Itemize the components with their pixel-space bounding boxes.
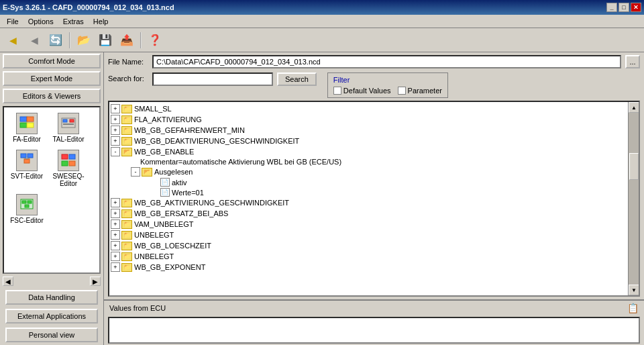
label-fla: FLA_AKTIVIERUNG (134, 115, 202, 124)
tal-editor-label: TAL-Editor (52, 136, 84, 143)
expand-wb-aktiv-gesch[interactable]: + (111, 198, 120, 207)
sidebar-right-arrow[interactable]: ▶ (90, 277, 101, 286)
tree-node-fla[interactable]: + 📁 FLA_AKTIVIERUNG (111, 114, 627, 125)
help-button[interactable]: ❓ (145, 31, 165, 50)
sidebar-item-fsc-editor[interactable]: FSC-Editor (7, 191, 47, 227)
tree-node-ausgelesen[interactable]: - 📂 Ausgelesen (111, 166, 627, 177)
expert-mode-button[interactable]: Expert Mode (3, 71, 101, 86)
filter-default-values[interactable]: Default Values (333, 87, 391, 95)
expand-ausgelesen[interactable]: - (131, 167, 140, 177)
values-icon[interactable]: 📋 (627, 303, 639, 313)
expand-unbelegt2[interactable]: + (111, 252, 120, 261)
default-values-label: Default Values (343, 87, 391, 95)
sidebar-left-arrow[interactable]: ◀ (3, 277, 13, 286)
tree-content[interactable]: + 📁 SMALL_SL + 📁 FLA_AKTIVIERUNG + 📁 WB_… (109, 102, 628, 295)
data-handling-button[interactable]: Data Handling (5, 290, 98, 305)
external-applications-button[interactable]: External Applications (5, 309, 98, 324)
expand-small-sl[interactable]: + (111, 104, 120, 113)
scroll-thumb[interactable] (629, 153, 639, 180)
fa-editor-icon (16, 113, 38, 134)
tree-node-wb-deaktiv[interactable]: + 📁 WB_GB_DEAKTIVIERUNG_GESCHWINDIGKEIT (111, 136, 627, 146)
svg-rect-15 (62, 161, 68, 166)
comfort-mode-button[interactable]: Comfort Mode (3, 54, 101, 68)
svt-editor-icon (16, 150, 38, 171)
label-wb-enable: WB_GB_ENABLE (134, 148, 194, 156)
tree-node-aktiv[interactable]: 📄 aktiv (111, 177, 627, 187)
tree-node-small-sl[interactable]: + 📁 SMALL_SL (111, 103, 627, 114)
sidebar: Comfort Mode Expert Mode Editors & Viewe… (0, 52, 104, 345)
folder-vam: 📁 (121, 220, 132, 229)
sidebar-item-tal-editor[interactable]: TAL-Editor (48, 110, 89, 146)
label-aktiv: aktiv (172, 179, 187, 187)
label-werte: Werte=01 (172, 189, 204, 197)
editors-viewers-button[interactable]: Editors & Viewers (3, 89, 101, 103)
label-unbelegt2: UNBELEGT (134, 252, 174, 260)
expand-wb-loeschzeit[interactable]: + (111, 241, 120, 250)
label-wb-gefahren: WB_GB_GEFAHRENWERT_MIN (134, 126, 245, 134)
search-button[interactable]: Search (277, 72, 317, 86)
sidebar-item-svt-editor[interactable]: SVT-Editor (7, 147, 47, 190)
expand-fla[interactable]: + (111, 115, 120, 124)
search-input[interactable] (152, 72, 273, 86)
menu-extras[interactable]: Extras (59, 16, 88, 27)
tree-node-wb-exponent[interactable]: + 📁 WB_GB_EXPONENT (111, 262, 627, 273)
label-wb-loeschzeit: WB_GB_LOESCHZEIT (134, 242, 211, 250)
expand-wb-deaktiv[interactable]: + (111, 136, 120, 146)
expand-wb-exponent[interactable]: + (111, 262, 120, 272)
export-button[interactable]: 📤 (117, 31, 137, 50)
sidebar-item-fa-editor[interactable]: FA-Editor (7, 110, 47, 146)
svg-rect-0 (20, 117, 27, 121)
folder-fla: 📁 (121, 115, 132, 124)
tree-node-wb-loeschzeit[interactable]: + 📁 WB_GB_LOESCHZEIT (111, 240, 627, 251)
file-name-input[interactable] (152, 55, 621, 68)
expand-unbelegt1[interactable]: + (111, 230, 120, 240)
expand-wb-enable[interactable]: - (111, 147, 120, 156)
filter-parameter[interactable]: Parameter (398, 87, 442, 95)
search-label: Search for: (108, 72, 148, 83)
svg-rect-7 (63, 124, 74, 125)
default-values-checkbox[interactable] (333, 87, 341, 95)
tree-node-wb-gefahren[interactable]: + 📁 WB_GB_GEFAHRENWERT_MIN (111, 125, 627, 136)
folder-small-sl: 📁 (121, 105, 132, 113)
sidebar-item-sweseq-editor[interactable]: SWESEQ-Editor (48, 147, 89, 190)
folder-unbelegt2: 📁 (121, 252, 132, 261)
menu-help[interactable]: Help (89, 16, 113, 27)
folder-wb-aktiv-gesch: 📁 (121, 199, 132, 207)
tree-node-vam[interactable]: + 📁 VAM_UNBELEGT (111, 219, 627, 230)
label-unbelegt1: UNBELEGT (134, 231, 174, 239)
folder-unbelegt1: 📁 (121, 231, 132, 240)
folder-wb-gefahren: 📁 (121, 126, 132, 135)
browse-button[interactable]: ... (625, 55, 640, 68)
close-btn[interactable]: ✕ (631, 3, 641, 12)
scroll-up-arrow[interactable]: ▲ (629, 102, 639, 113)
tree-node-unbelegt1[interactable]: + 📁 UNBELEGT (111, 230, 627, 240)
tree-scrollbar: ▲ ▼ (628, 102, 639, 295)
forward-button[interactable]: ◀ (24, 31, 44, 50)
scroll-down-arrow[interactable]: ▼ (629, 285, 639, 295)
tree-node-wb-enable[interactable]: - 📂 WB_GB_ENABLE (111, 146, 627, 157)
refresh-button[interactable]: 🔄 (46, 31, 66, 50)
expand-wb-ersatz[interactable]: + (111, 209, 120, 218)
menu-file[interactable]: File (3, 16, 23, 27)
back-button[interactable]: ◀ (3, 31, 23, 50)
parameter-checkbox[interactable] (398, 87, 406, 95)
save-button[interactable]: 💾 (95, 31, 115, 50)
maximize-btn[interactable]: □ (619, 3, 629, 12)
fsc-editor-label: FSC-Editor (10, 217, 43, 224)
tree-node-wb-aktiv-gesch[interactable]: + 📁 WB_GB_AKTIVIERUNG_GESCHWINDIGKEIT (111, 197, 627, 208)
menu-options[interactable]: Options (24, 16, 58, 27)
tree-node-werte[interactable]: 📄 Werte=01 (111, 187, 627, 197)
expand-wb-gefahren[interactable]: + (111, 126, 120, 135)
label-wb-deaktiv: WB_GB_DEAKTIVIERUNG_GESCHWINDIGKEIT (134, 137, 299, 145)
personal-view-button[interactable]: Personal view (5, 328, 98, 342)
sweseq-editor-label: SWESEQ-Editor (50, 172, 87, 187)
label-wb-ersatz: WB_GB_ERSATZ_BEI_ABS (134, 209, 228, 217)
minimize-btn[interactable]: _ (606, 3, 617, 12)
tree-node-unbelegt2[interactable]: + 📁 UNBELEGT (111, 251, 627, 262)
scroll-track[interactable] (629, 113, 639, 285)
tree-node-wb-ersatz[interactable]: + 📁 WB_GB_ERSATZ_BEI_ABS (111, 208, 627, 219)
svg-rect-19 (28, 201, 32, 203)
sidebar-bottom-buttons: Data Handling External Applications Pers… (0, 287, 103, 345)
expand-vam[interactable]: + (111, 219, 120, 229)
open-button[interactable]: 📂 (74, 31, 94, 50)
